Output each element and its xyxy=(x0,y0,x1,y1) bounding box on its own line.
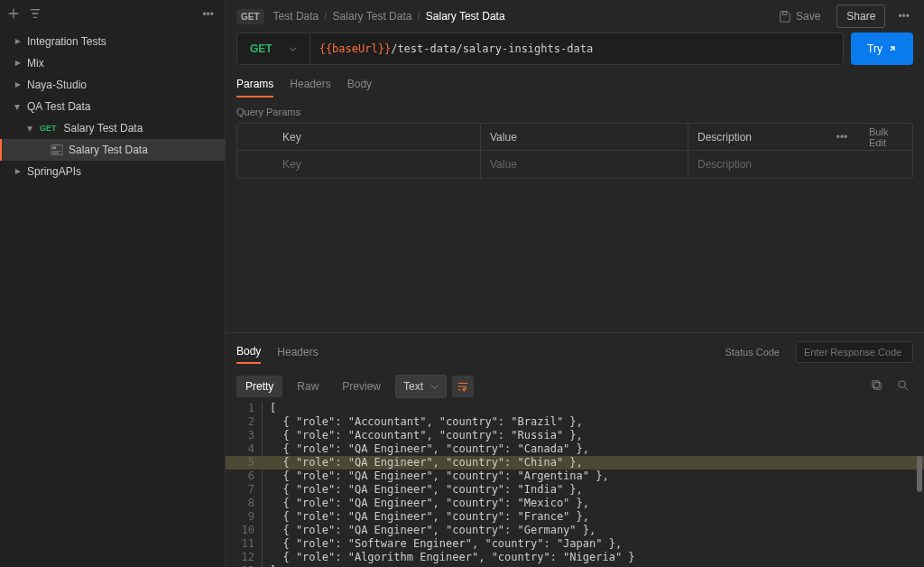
mode-pretty[interactable]: Pretty xyxy=(236,376,282,397)
breadcrumb: Test Data / Salary Test Data / Salary Te… xyxy=(273,10,505,23)
svg-rect-6 xyxy=(873,381,880,388)
folder-integration-tests[interactable]: ▾Integration Tests xyxy=(0,31,225,52)
tab-method-badge: GET xyxy=(236,9,264,24)
folder-qa-test-data[interactable]: ▾QA Test Data xyxy=(0,96,225,117)
response-section: Body Headers Status Code Pretty Raw Prev… xyxy=(226,332,924,567)
code-line[interactable]: 3 { "role": "Accountant", "country": "Ru… xyxy=(226,429,924,442)
svg-rect-4 xyxy=(782,12,786,15)
code-line[interactable]: 9 { "role": "QA Engineer", "country": "F… xyxy=(226,510,924,524)
lang-select[interactable]: Text xyxy=(395,375,447,398)
crumb-2[interactable]: Salary Test Data xyxy=(333,10,412,23)
more-actions-icon[interactable]: ••• xyxy=(894,10,913,23)
request-tabs: Params Headers Body xyxy=(226,72,924,98)
method-select[interactable]: GET xyxy=(237,33,310,64)
resp-tab-body[interactable]: Body xyxy=(236,340,261,364)
mode-raw[interactable]: Raw xyxy=(288,376,328,397)
more-icon[interactable]: ••• xyxy=(199,8,217,21)
col-value: Value xyxy=(481,124,688,150)
mode-preview[interactable]: Preview xyxy=(333,376,390,397)
status-code-label: Status Code xyxy=(725,347,780,358)
scrollbar[interactable] xyxy=(917,456,922,492)
resp-tab-headers[interactable]: Headers xyxy=(277,341,318,363)
desc-input[interactable]: Description xyxy=(688,151,824,178)
tab-body[interactable]: Body xyxy=(347,72,372,98)
example-icon xyxy=(51,144,63,155)
status-code-input[interactable] xyxy=(796,341,913,363)
topbar: GET Test Data / Salary Test Data / Salar… xyxy=(226,0,924,33)
col-key: Key xyxy=(273,124,481,150)
code-line[interactable]: 7 { "role": "QA Engineer", "country": "I… xyxy=(226,483,924,497)
code-line[interactable]: 12 { "role": "Algorithm Engineer", "coun… xyxy=(226,551,924,564)
key-input[interactable]: Key xyxy=(273,151,481,178)
bulk-edit-link[interactable]: Bulk Edit xyxy=(860,126,912,148)
svg-point-7 xyxy=(899,381,906,388)
response-body-code[interactable]: 1[2 { "role": "Accountant", "country": "… xyxy=(226,402,924,567)
copy-icon[interactable] xyxy=(866,375,887,398)
code-line[interactable]: 4 { "role": "QA Engineer", "country": "C… xyxy=(226,442,924,456)
code-line[interactable]: 11 { "role": "Software Engineer", "count… xyxy=(226,537,924,551)
tab-params[interactable]: Params xyxy=(236,72,273,98)
method-badge: GET xyxy=(40,124,57,133)
request-row: GET {{baseUrl}}/test-data/salary-insight… xyxy=(236,33,913,65)
params-new-row[interactable]: Key Value Description xyxy=(237,151,912,178)
request-salary-test-data[interactable]: ▾ GET Salary Test Data xyxy=(0,117,225,139)
col-desc: Description xyxy=(688,124,824,150)
add-icon[interactable] xyxy=(7,7,20,23)
example-salary-test-data[interactable]: Salary Test Data xyxy=(0,139,225,161)
folder-mix[interactable]: ▾Mix xyxy=(0,52,225,74)
code-line[interactable]: 5 { "role": "QA Engineer", "country": "C… xyxy=(226,456,924,469)
crumb-1[interactable]: Test Data xyxy=(273,10,319,23)
code-line[interactable]: 1[ xyxy=(226,402,924,415)
code-line[interactable]: 8 { "role": "QA Engineer", "country": "M… xyxy=(226,497,924,510)
url-input[interactable]: {{baseUrl}}/test-data/salary-insights-da… xyxy=(310,42,843,55)
save-button[interactable]: Save xyxy=(772,6,827,26)
search-icon[interactable] xyxy=(892,375,913,398)
svg-rect-1 xyxy=(52,147,56,150)
share-button[interactable]: Share xyxy=(836,5,885,28)
tab-headers[interactable]: Headers xyxy=(290,72,330,98)
crumb-current: Salary Test Data xyxy=(426,10,505,23)
sidebar-toolbar: ••• xyxy=(0,0,225,29)
wrap-icon[interactable] xyxy=(452,376,474,397)
try-button[interactable]: Try xyxy=(851,33,913,65)
svg-rect-5 xyxy=(874,383,882,390)
filter-icon[interactable] xyxy=(29,7,42,23)
collection-tree: ▾Integration Tests ▾Mix ▾Naya-Studio ▾QA… xyxy=(0,29,225,182)
value-input[interactable]: Value xyxy=(481,151,688,178)
code-line[interactable]: 2 { "role": "Accountant", "country": "Br… xyxy=(226,415,924,429)
more-cols-icon[interactable]: ••• xyxy=(824,131,860,144)
code-line[interactable]: 10 { "role": "QA Engineer", "country": "… xyxy=(226,524,924,537)
params-table: Key Value Description ••• Bulk Edit Key … xyxy=(236,123,913,179)
folder-naya-studio[interactable]: ▾Naya-Studio xyxy=(0,74,225,96)
url-bar: GET {{baseUrl}}/test-data/salary-insight… xyxy=(236,33,844,65)
code-line[interactable]: 6 { "role": "QA Engineer", "country": "A… xyxy=(226,469,924,483)
folder-springapis[interactable]: ▾SpringAPIs xyxy=(0,161,225,182)
main-panel: GET Test Data / Salary Test Data / Salar… xyxy=(226,0,924,567)
query-params-label: Query Params xyxy=(226,98,924,123)
sidebar: ••• ▾Integration Tests ▾Mix ▾Naya-Studio… xyxy=(0,0,226,567)
